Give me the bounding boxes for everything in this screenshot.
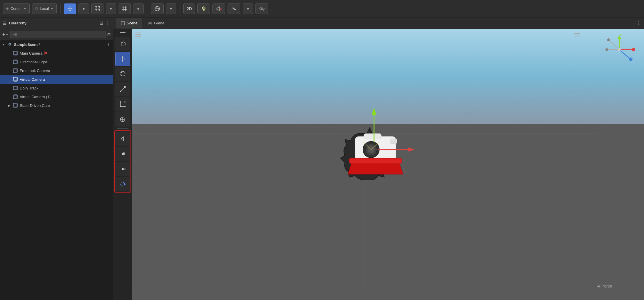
center-label: Center bbox=[10, 6, 22, 11]
toolbar-lighting-btn[interactable] bbox=[197, 3, 210, 14]
hierarchy-actions: ⊟ ⋮ bbox=[99, 20, 110, 26]
svg-rect-33 bbox=[14, 104, 17, 107]
2d-label: 2D bbox=[187, 6, 192, 11]
tool-rotate[interactable] bbox=[115, 67, 130, 81]
scene-root-more[interactable]: ⋮ bbox=[107, 42, 111, 47]
record-icon bbox=[119, 151, 126, 157]
tool-rect[interactable] bbox=[115, 97, 130, 112]
add-button[interactable]: + ▼ bbox=[2, 32, 8, 37]
scene-root-arrow: ▼ bbox=[2, 43, 6, 46]
h1 bbox=[120, 31, 126, 31]
move-icon bbox=[119, 56, 126, 62]
svg-marker-90 bbox=[372, 107, 376, 115]
svg-rect-23 bbox=[14, 60, 17, 63]
scene-root-item[interactable]: ▼ ⚙ SampleScene* ⋮ bbox=[0, 40, 113, 49]
hierarchy-item-virtual-camera[interactable]: ▶ Virtual Camera bbox=[0, 75, 113, 84]
hierarchy-item-directional-light[interactable]: ▶ Directional Light bbox=[0, 58, 113, 66]
scene-root-icon: ⚙ bbox=[7, 42, 12, 47]
vcam1-icon bbox=[13, 94, 18, 99]
tab-scene[interactable]: Scene bbox=[116, 18, 142, 28]
scene-tab-label: Scene bbox=[127, 21, 137, 25]
gizmo-widget[interactable]: X Y Z bbox=[603, 34, 635, 66]
hierarchy-lock-icon[interactable]: ⊟ bbox=[99, 20, 103, 26]
effects-icon bbox=[231, 6, 237, 12]
local-dropdown[interactable]: ⬡ Local ▼ bbox=[32, 3, 57, 14]
hierarchy-item-virtual-camera-1[interactable]: ▶ Virtual Camera (1) bbox=[0, 92, 113, 101]
freelook-label: FreeLook Camera bbox=[20, 69, 50, 73]
vcam-icon bbox=[13, 77, 18, 82]
tool-hand[interactable] bbox=[115, 37, 130, 51]
divider-2 bbox=[147, 3, 147, 14]
svg-text:X: X bbox=[634, 48, 635, 51]
svg-rect-86 bbox=[390, 139, 397, 143]
toolbar-2d-btn[interactable]: 2D bbox=[183, 3, 195, 14]
dolly-icon bbox=[13, 85, 18, 91]
toolbar-dropdown-btn1[interactable]: ▼ bbox=[78, 3, 89, 14]
toolbar-audio-btn[interactable] bbox=[212, 3, 225, 14]
scene-tab-icon bbox=[121, 21, 125, 25]
svg-text:Z: Z bbox=[631, 58, 633, 61]
tool-divider bbox=[117, 128, 128, 129]
tool-panel-hamburger[interactable] bbox=[120, 31, 126, 34]
lightbulb-icon bbox=[201, 6, 207, 12]
toolbar-layers-btn[interactable] bbox=[151, 3, 164, 14]
svg-rect-31 bbox=[14, 95, 17, 98]
viewport-hamburger[interactable] bbox=[135, 33, 141, 37]
svg-marker-61 bbox=[122, 168, 125, 170]
freelook-icon bbox=[13, 68, 18, 73]
svg-rect-2 bbox=[95, 9, 97, 11]
tool-transform[interactable] bbox=[115, 112, 130, 127]
grid-icon bbox=[122, 6, 128, 12]
hierarchy-more-icon[interactable]: ⋮ bbox=[105, 20, 110, 26]
tool-scale[interactable] bbox=[115, 82, 130, 96]
vcam1-label: Virtual Camera (1) bbox=[20, 95, 51, 99]
toolbar-effects-btn[interactable] bbox=[228, 3, 240, 14]
tool-back[interactable] bbox=[115, 132, 130, 146]
search-input[interactable] bbox=[10, 31, 105, 38]
camera-object bbox=[326, 105, 419, 181]
svg-point-50 bbox=[120, 106, 121, 107]
vp-h2 bbox=[135, 34, 141, 35]
toolbar-globe-arrow[interactable]: ▼ bbox=[166, 3, 176, 14]
svg-rect-34 bbox=[121, 21, 125, 25]
toolbar-dropdown-btn2[interactable]: ▼ bbox=[106, 3, 116, 14]
svg-marker-94 bbox=[408, 148, 415, 152]
center-dropdown[interactable]: ⊙ Center ▼ bbox=[3, 3, 30, 14]
tool-record[interactable] bbox=[115, 147, 130, 161]
svg-marker-39 bbox=[122, 56, 123, 58]
toolbar-transform-btn[interactable] bbox=[64, 3, 76, 14]
hierarchy-item-state-driven[interactable]: ▶ State-Driven Cam bbox=[0, 101, 113, 110]
tool-move[interactable] bbox=[115, 52, 130, 66]
main-camera-icon bbox=[13, 51, 18, 56]
search-extra-btn[interactable]: ⊞ bbox=[107, 32, 111, 37]
toolbar-effects-arrow[interactable]: ▼ bbox=[243, 3, 253, 14]
tool-keyframe[interactable] bbox=[115, 162, 130, 176]
hierarchy-item-dolly-track[interactable]: ▶ Dolly Track bbox=[0, 84, 113, 92]
viewport-hamburger-right[interactable] bbox=[574, 33, 580, 37]
svg-point-48 bbox=[120, 101, 121, 103]
gizmo-svg: X Y Z bbox=[603, 34, 635, 66]
state-driven-icon bbox=[13, 103, 18, 108]
toolbar-grid-btn[interactable] bbox=[119, 3, 131, 14]
hierarchy-item-freelook-camera[interactable]: ▶ FreeLook Camera bbox=[0, 66, 113, 75]
hierarchy-panel: ☰ Hierarchy ⊟ ⋮ + ▼ ⊞ ▼ ⚙ SampleScene* ⋮ bbox=[0, 17, 113, 300]
svg-marker-42 bbox=[124, 58, 125, 60]
tab-game[interactable]: 🎮 Game bbox=[143, 18, 169, 28]
svg-line-99 bbox=[619, 50, 629, 58]
toolbar-dropdown-btn3[interactable]: ▼ bbox=[133, 3, 144, 14]
scene-tabs: Scene 🎮 Game ⋮ bbox=[113, 17, 644, 29]
toolbar-snap-btn[interactable] bbox=[91, 3, 103, 14]
rect-icon bbox=[119, 101, 126, 107]
tool-group-bordered bbox=[114, 130, 131, 193]
scene-tabs-more[interactable]: ⋮ bbox=[636, 20, 641, 26]
scene-viewport[interactable]: X Y Z ◄ Persp bbox=[132, 29, 644, 300]
hierarchy-item-main-camera[interactable]: ▶ Main Camera ⚑ bbox=[0, 49, 113, 58]
tool-sync[interactable] bbox=[115, 177, 130, 191]
svg-marker-40 bbox=[122, 60, 123, 62]
svg-marker-41 bbox=[120, 58, 121, 60]
toolbar-hidden-btn[interactable] bbox=[255, 3, 268, 14]
back-icon bbox=[119, 136, 126, 142]
svg-point-17 bbox=[233, 8, 235, 9]
svg-line-19 bbox=[260, 7, 264, 11]
globe-icon bbox=[154, 6, 160, 12]
